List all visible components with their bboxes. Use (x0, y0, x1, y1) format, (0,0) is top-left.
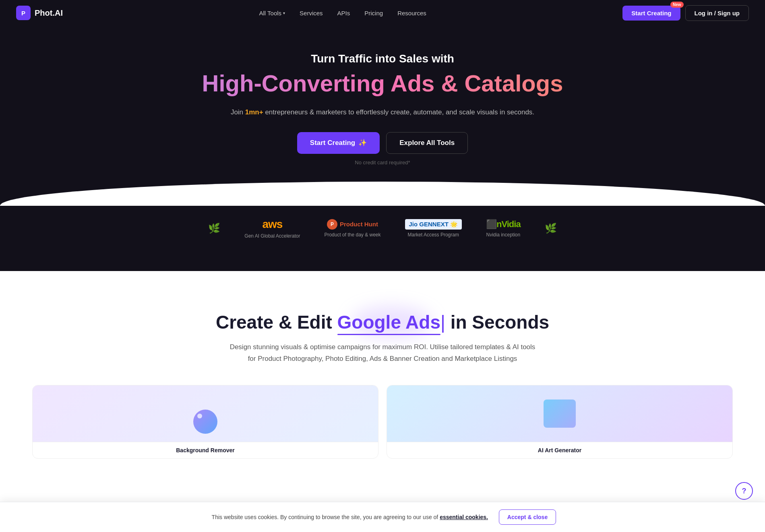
hero-section: Turn Traffic into Sales with High-Conver… (0, 0, 765, 206)
badge-producthunt: P Product Hunt Product of the day & week (324, 219, 380, 238)
section2-title: Create & Edit Google Ads| in Seconds (16, 311, 749, 333)
logo-text: Phot.AI (35, 8, 63, 18)
chevron-down-icon: ▾ (283, 11, 285, 15)
sparkle-icon: ✨ (358, 139, 367, 147)
tools-row: Background Remover AI Art Generator (16, 385, 749, 475)
nav-item-apis[interactable]: APIs (337, 10, 350, 17)
section2-glow: Google Ads| (337, 311, 445, 333)
ph-icon: P (327, 219, 337, 230)
tool-card-bg-remover-label: Background Remover (33, 442, 378, 458)
nav-item-all-tools[interactable]: All Tools ▾ (259, 10, 285, 17)
logo-icon: P (16, 6, 31, 20)
navbar: P Phot.AI All Tools ▾ Services APIs Pric… (0, 0, 765, 26)
nav-actions: Start Creating New Log in / Sign up (622, 5, 749, 21)
left-laurel-icon: 🌿 (208, 223, 220, 234)
badge-nvidia-label: Nvidia inception (486, 232, 521, 238)
badge-aws: aws Gen AI Global Accelerator (244, 218, 300, 239)
nav-item-resources[interactable]: Resources (397, 10, 426, 17)
hero-description: Join 1mn+ entrepreneurs & marketers to e… (16, 107, 749, 118)
nav-links: All Tools ▾ Services APIs Pricing Resour… (259, 10, 426, 17)
hero-subtitle: Turn Traffic into Sales with (16, 52, 749, 65)
tool-card-bg-remover[interactable]: Background Remover (32, 385, 378, 459)
jio-logo: Jio GENNEXT 🌟 (405, 219, 462, 230)
nav-item-pricing[interactable]: Pricing (364, 10, 383, 17)
help-button[interactable]: ? (735, 482, 753, 499)
logo[interactable]: P Phot.AI (16, 6, 63, 20)
ph-logo-container: P Product Hunt (324, 219, 380, 230)
section2-description: Design stunning visuals & optimise campa… (229, 342, 536, 365)
start-creating-nav-button[interactable]: Start Creating New (622, 6, 680, 21)
badge-jio-label: Market Access Program (405, 232, 462, 238)
aws-logo: aws (244, 218, 300, 231)
nav-item-services[interactable]: Services (300, 10, 323, 17)
hero-buttons: Start Creating ✨ Explore All Tools (16, 132, 749, 154)
section2: Create & Edit Google Ads| in Seconds Des… (0, 271, 765, 499)
tool-card-ai-art[interactable]: AI Art Generator (387, 385, 733, 459)
tool-card-ai-art-label: AI Art Generator (387, 442, 732, 458)
tool-card-bg-remover-image (33, 385, 378, 442)
start-creating-hero-button[interactable]: Start Creating ✨ (297, 132, 380, 154)
nvidia-logo: ⬛nVidia (486, 219, 521, 230)
badge-nvidia: ⬛nVidia Nvidia inception (486, 219, 521, 238)
hero-note: No credit card required* (16, 159, 749, 166)
section2-highlight: Google Ads (337, 311, 440, 333)
hero-title: High-Converting Ads & Catalogs (16, 70, 749, 97)
badges-section: 🌿 aws Gen AI Global Accelerator P Produc… (0, 206, 765, 271)
tool-card-ai-art-image (387, 385, 732, 442)
cursor-icon: | (440, 312, 445, 333)
badge-jio: Jio GENNEXT 🌟 Market Access Program (405, 219, 462, 238)
login-button[interactable]: Log in / Sign up (685, 5, 749, 21)
badge-ph-label: Product of the day & week (324, 232, 380, 238)
right-laurel-icon: 🌿 (545, 223, 557, 234)
ph-text: Product Hunt (340, 221, 378, 228)
new-badge: New (670, 2, 684, 8)
explore-tools-button[interactable]: Explore All Tools (386, 132, 468, 154)
badge-aws-label: Gen AI Global Accelerator (244, 233, 300, 239)
